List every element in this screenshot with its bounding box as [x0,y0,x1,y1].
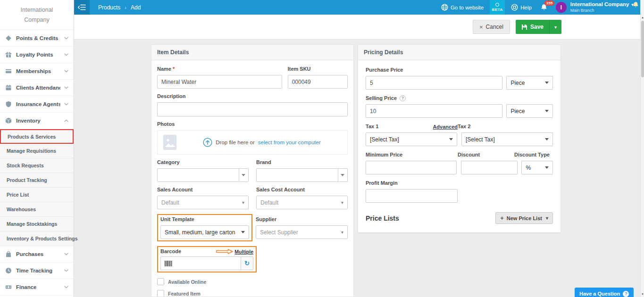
description-field[interactable] [157,102,348,116]
chevron-down-icon [64,86,68,89]
save-options-dropdown-button[interactable]: ▾ [549,20,561,34]
item-details-header: Item Details [151,45,353,60]
scrollbar[interactable]: ▲ ▼ [640,0,644,297]
sales-account-label: Sales Account [157,187,192,193]
company-menu[interactable]: International Company ▾ Main Branch [570,1,634,13]
discount-type-select[interactable]: % [521,161,553,174]
featured-item-checkbox[interactable] [157,290,164,297]
question-circle-icon: ? [623,291,629,297]
tax1-label: Tax 1 [366,124,378,130]
avatar[interactable]: I [556,2,567,13]
scrollbar-thumb[interactable] [641,21,644,77]
scrollbar-down-arrow[interactable]: ▼ [641,292,644,296]
pricing-details-header: Pricing Details [358,45,560,60]
category-field[interactable] [157,168,239,182]
company-menu-label: International Company [570,1,629,8]
topbar: Products › Add Go to website BETA Help 1… [74,0,640,15]
scrollbar-up-arrow[interactable]: ▲ [641,16,644,19]
sidebar-item-clients-attendance[interactable]: Clients Attendance [0,80,74,96]
notifications-button[interactable]: 155 [541,4,547,11]
cancel-button[interactable]: × Cancel [473,20,510,34]
minimum-price-field[interactable] [366,161,457,174]
help-link[interactable]: Help [511,4,532,11]
minimum-price-label: Minimum Price [366,152,402,158]
corner-bell-icon[interactable] [633,1,639,8]
barcode-highlight-box: Barcode Multiple ↻ [157,246,257,272]
supplier-select[interactable]: Select Supplier ▾ [256,225,348,239]
select-from-computer-link[interactable]: select from your computer [258,140,321,145]
chevron-down-icon [64,269,68,272]
submenu-item-label: Warehouses [7,206,36,212]
sidebar-item-purchases[interactable]: Purchases [0,246,74,263]
sidebar-item-manage-requisitions[interactable]: Manage Requisitions [0,144,74,158]
sidebar-item-points-credits[interactable]: Points & Credits [0,30,74,47]
sales-account-select[interactable]: Default ▾ [157,196,249,209]
save-button[interactable]: Save [516,20,549,34]
submenu-item-label: Inventory & Products Settings [7,236,78,241]
brand-dropdown-button[interactable] [338,168,348,182]
sidebar-item-finance[interactable]: Finance [0,279,74,296]
calendar-icon [5,84,12,91]
breadcrumb-products[interactable]: Products [98,4,120,11]
chevron-down-icon [545,110,549,112]
submenu-item-label: Manage Requisitions [7,148,56,154]
required-asterisk: * [173,66,175,72]
purchase-unit-select[interactable]: Piece [506,76,553,90]
selling-price-field[interactable] [366,104,502,118]
available-online-checkbox[interactable] [157,278,164,285]
sidebar-collapse-button[interactable] [74,0,90,15]
item-sku-field[interactable] [288,75,348,89]
breadcrumb-separator-icon: › [125,5,126,10]
sidebar-item-products-services[interactable]: Products & Services [0,129,74,144]
sidebar-item-inventory-products-settings[interactable]: Inventory & Products Settings [0,231,74,246]
chevron-down-icon [64,103,68,106]
unit-template-value: Small, medium, large carton [165,229,238,236]
tax2-select[interactable]: [Select Tax] [461,132,553,146]
sidebar-item-inventory[interactable]: Inventory [0,113,74,129]
pricing-details-card: Pricing Details Purchase Price Piece Sel… [358,44,561,233]
photos-label: Photos [157,121,175,127]
chevron-down-icon [64,53,68,56]
sidebar-item-price-list[interactable]: Price List [0,188,74,202]
sales-cost-account-select[interactable]: Default ▾ [256,196,348,209]
sidebar-item-manage-stocktakings[interactable]: Manage Stocktakings [0,217,74,231]
tax1-select[interactable]: [Select Tax] [366,132,457,146]
sidebar-item-label: Insurance Agents [16,101,60,107]
drop-file-text: Drop file here or [216,140,254,145]
photo-dropzone[interactable]: Drop file here or select from your compu… [157,130,348,155]
diamond-icon [5,35,12,42]
have-a-question-button[interactable]: Have a Question ? [575,288,634,297]
sidebar-item-memberships[interactable]: Memberships [0,63,74,80]
globe-icon [441,4,448,11]
selling-price-help-icon[interactable]: ? [400,95,406,101]
selling-unit-select[interactable]: Piece [506,104,553,118]
annotation-arrow-icon [216,249,233,254]
category-dropdown-button[interactable] [239,168,249,182]
discount-type-label: Discount Type [514,152,550,158]
purchase-price-field[interactable] [366,76,502,90]
sidebar-item-stock-requests[interactable]: Stock Requests [0,158,74,173]
barcode-regenerate-button[interactable]: ↻ [241,256,253,270]
sidebar-item-label: Finance [16,284,36,290]
pricing-details-title: Pricing Details [364,49,403,56]
company-logo[interactable]: International Company [0,0,74,30]
unit-template-select[interactable]: Small, medium, large carton [160,225,249,239]
discount-field[interactable] [461,161,518,174]
barcode-multiple-link[interactable]: Multiple [234,249,253,255]
sidebar-item-label: Loyalty Points [16,52,53,58]
name-field[interactable] [157,75,282,89]
advanced-tax-link[interactable]: Advanced [433,124,458,130]
brand-field[interactable] [256,168,338,182]
profit-margin-field[interactable] [366,189,458,203]
sidebar-item-insurance-agents[interactable]: Insurance Agents [0,96,74,113]
go-to-website-link[interactable]: Go to website [441,4,484,11]
description-label: Description [157,93,186,99]
item-details-title: Item Details [157,49,189,56]
sidebar-item-loyalty-points[interactable]: Loyalty Points [0,47,74,63]
barcode-field[interactable] [160,256,241,270]
sidebar-item-warehouses[interactable]: Warehouses [0,202,74,217]
sidebar-item-product-tracking[interactable]: Product Tracking [0,173,74,188]
item-details-card: Item Details Name * Item SKU Description… [151,44,354,297]
sidebar-item-time-tracking[interactable]: Time Tracking [0,263,74,279]
new-price-list-button[interactable]: + New Price List ▾ [495,212,553,224]
